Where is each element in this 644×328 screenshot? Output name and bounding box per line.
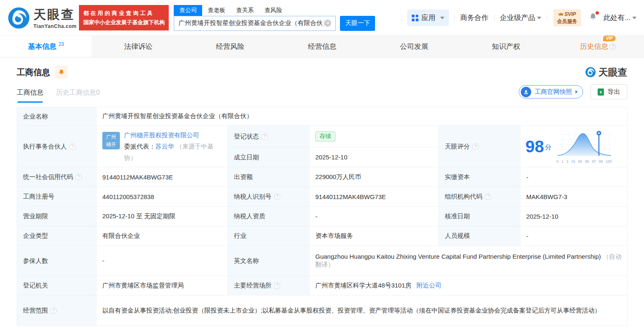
- site-header: 天眼查 TianYanCha.com 都在用的商业查询工具 国家中小企业发展子基…: [0, 0, 644, 36]
- table-row: 企业名称 广州黄埔开投智星创业投资基金合伙企业（有限合伙）: [17, 107, 628, 126]
- subtab-history-business-info[interactable]: 历史工商信息0: [56, 88, 100, 103]
- help-icon[interactable]: [69, 144, 76, 150]
- partner-value: 广州 穗开 广州穗开股权投资有限公司 委派代表：苏云华 （来源于中基协）: [96, 126, 228, 167]
- credit-code-label: 统一社会信用代码: [17, 167, 96, 187]
- business-info-section: 工商信息 天眼查 工商信息 历史工商信息0: [0, 58, 644, 326]
- search-input[interactable]: [178, 20, 324, 27]
- chevron-down-icon: [537, 17, 541, 19]
- registration-status-label: 登记状态: [228, 126, 309, 147]
- search-button[interactable]: 天眼一下: [340, 16, 375, 31]
- english-name-value: Guangzhou Huangpu Kaitou Zhixing Venture…: [309, 246, 628, 276]
- table-row: 登记机关 广州市黄埔区市场监督管理局 主要经营场所 广州市黄埔区科学大道48号3…: [17, 276, 628, 295]
- approval-date-label: 核准日期: [439, 207, 520, 226]
- crown-icon: [558, 12, 563, 16]
- help-icon[interactable]: [51, 308, 57, 314]
- excel-icon: [598, 88, 604, 96]
- reg-authority-value: 广州市黄埔区市场监督管理局: [96, 276, 228, 295]
- tab-operation-info[interactable]: 经营信息: [276, 36, 368, 57]
- company-name-value: 广州黄埔开投智星创业投资基金合伙企业（有限合伙）: [96, 107, 628, 126]
- monitor-bell-button[interactable]: [55, 66, 68, 78]
- nav-enterprise[interactable]: 企业级产品: [500, 13, 541, 23]
- search-tabs: 查公司 查老板 查关系 查风险: [174, 5, 375, 16]
- approval-date-value: 2025-12-10: [520, 207, 628, 226]
- nav-cooperation[interactable]: 商务合作: [460, 13, 489, 23]
- representative-link[interactable]: 苏云华: [155, 143, 174, 150]
- table-row: 经营范围 以自有资金从事投资活动;创业投资（限投资未上市企业）;以私募基金从事股…: [17, 295, 628, 326]
- apps-menu[interactable]: 应用: [407, 10, 449, 26]
- taxpayer-id-value: 91440112MAK4BWG73E: [309, 187, 439, 207]
- clear-icon[interactable]: [324, 20, 331, 27]
- taxpayer-id-label: 纳税人识别号: [228, 187, 309, 207]
- tab-basic-info[interactable]: 基本信息 23: [0, 36, 92, 57]
- table-row: 企业类型 有限合伙企业 行业 资本市场服务 人员规模 -: [17, 226, 628, 246]
- user-menu[interactable]: 此处有...: [603, 13, 636, 23]
- slogan-line2: 国家中小企业发展子基金旗下机构: [83, 18, 165, 27]
- search-tab-company[interactable]: 查公司: [174, 5, 202, 16]
- help-icon[interactable]: [274, 283, 280, 289]
- business-info-table: 企业名称 广州黄埔开投智星创业投资基金合伙企业（有限合伙） 执行事务合伙人 广州…: [17, 107, 628, 326]
- taxpayer-quality-label: 纳税人资质: [228, 207, 309, 226]
- help-icon[interactable]: [485, 194, 491, 200]
- header-search-area: 查公司 查老板 查关系 查风险 天眼一下: [174, 5, 375, 31]
- registration-status-value: 存续: [309, 126, 439, 147]
- stamp-icon: [521, 87, 531, 97]
- reg-number-value: 440112005372838: [96, 187, 228, 207]
- company-type-value: 有限合伙企业: [96, 226, 228, 246]
- table-row: 执行事务合伙人 广州 穗开 广州穗开股权投资有限公司 委派代表：苏云华 （来源于…: [17, 126, 628, 147]
- table-row: 营业期限 2025-12-10 至 无固定期限 纳税人资质 - 核准日期 202…: [17, 207, 628, 226]
- svip-member-badge[interactable]: SVIP 会员服务: [553, 9, 581, 26]
- divider: [454, 15, 455, 21]
- help-icon[interactable]: [472, 144, 479, 150]
- search-tab-risk[interactable]: 查风险: [259, 5, 287, 16]
- table-row: 参保人数 - 英文名称 Guangzhou Huangpu Kaitou Zhi…: [17, 246, 628, 276]
- notification-bell[interactable]: [589, 13, 597, 23]
- business-term-label: 营业期限: [17, 207, 96, 226]
- credit-code-value: 91440112MAK4BWG73E: [96, 167, 228, 187]
- export-button[interactable]: 导出: [591, 84, 627, 99]
- tianyancha-logo[interactable]: 天眼查 TianYanCha.com: [8, 6, 76, 29]
- tab-legal[interactable]: 法律诉讼: [92, 36, 184, 57]
- tab-history[interactable]: 历史信息 VIP: [552, 36, 644, 57]
- establish-date-label: 成立日期: [228, 147, 309, 167]
- tianyancha-watermark: 天眼查: [585, 66, 627, 79]
- premises-value: 广州市黄埔区科学大道48号3101房 附近公司: [309, 276, 628, 295]
- partner-company-link[interactable]: 广州穗开股权投资有限公司: [124, 131, 199, 139]
- tianyancha-logo-icon: [585, 67, 596, 78]
- section-title: 工商信息: [17, 67, 50, 78]
- english-name-label: 英文名称: [228, 246, 309, 276]
- business-scope-label: 经营范围: [17, 295, 96, 326]
- company-nav-tabs: 基本信息 23 法律诉讼 经营风险 经营信息 公司发展 知识产权 历史信息 VI…: [0, 36, 644, 58]
- nearby-companies-link[interactable]: 附近公司: [416, 282, 441, 289]
- industry-value: 资本市场服务: [309, 226, 439, 246]
- search-tab-relation[interactable]: 查关系: [231, 5, 259, 16]
- company-name-label: 企业名称: [17, 107, 96, 126]
- tab-ip[interactable]: 知识产权: [460, 36, 552, 57]
- taxpayer-quality-value: -: [309, 207, 439, 226]
- tab-development[interactable]: 公司发展: [368, 36, 460, 57]
- score-axis-labels: 0131550859799100: [557, 159, 612, 164]
- tab-count-badge: 23: [58, 41, 64, 47]
- score-label: 天眼评分: [439, 126, 520, 167]
- help-icon[interactable]: [274, 194, 280, 200]
- reg-number-label: 工商注册号: [17, 187, 96, 207]
- header-nav: 应用 商务合作 企业级产品 SVIP 会员服务 此处有.: [407, 9, 636, 26]
- slogan-line1: 都在用的商业查询工具: [83, 9, 165, 18]
- paid-capital-label: 实缴资本: [439, 167, 520, 187]
- help-icon[interactable]: [76, 174, 82, 180]
- chevron-down-icon: [632, 17, 636, 19]
- help-icon[interactable]: [610, 43, 616, 50]
- staff-size-value: -: [520, 226, 628, 246]
- establish-date-value: 2025-12-10: [309, 147, 439, 167]
- org-code-value: MAK4BWG7-3: [520, 187, 628, 207]
- apps-grid-icon: [412, 15, 418, 21]
- help-icon[interactable]: [261, 134, 268, 140]
- search-tab-boss[interactable]: 查老板: [202, 5, 231, 16]
- partner-avatar[interactable]: 广州 穗开: [102, 132, 120, 149]
- capital-label: 出资额: [228, 167, 309, 187]
- paid-capital-value: -: [520, 167, 628, 187]
- divider: [547, 15, 547, 21]
- subtab-business-info[interactable]: 工商信息: [17, 88, 43, 103]
- reg-authority-label: 登记机关: [17, 276, 96, 295]
- official-snapshot-button[interactable]: 工商官网快照: [519, 85, 583, 98]
- tab-operation-risk[interactable]: 经营风险: [184, 36, 276, 57]
